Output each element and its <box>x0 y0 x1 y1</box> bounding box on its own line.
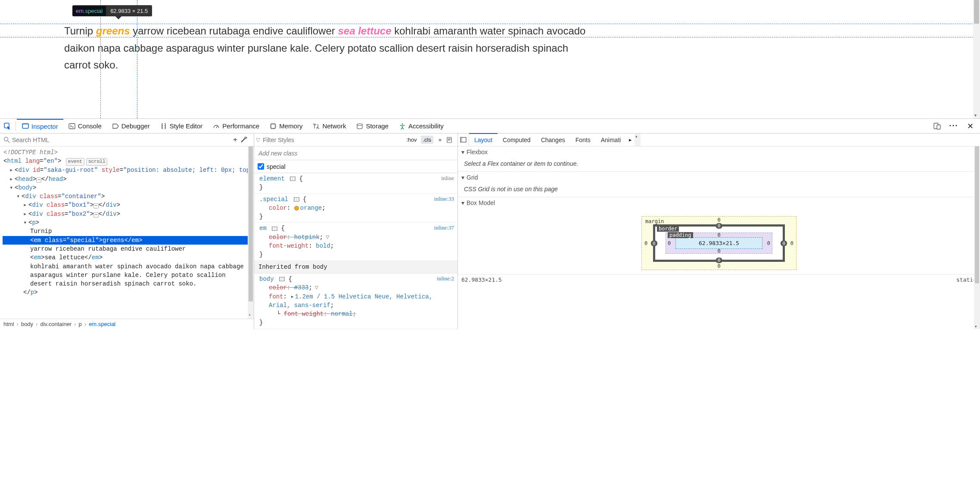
flex-icon[interactable] <box>294 197 299 202</box>
print-media-button[interactable] <box>446 137 456 143</box>
filter-icon: ▽ <box>256 137 260 143</box>
class-checkbox[interactable] <box>258 163 264 170</box>
tab-accessibility[interactable]: Accessibility <box>394 119 449 133</box>
boxmodel-section-header[interactable]: ▾Box Model <box>458 197 980 208</box>
flex-icon[interactable] <box>279 277 285 281</box>
inherited-header: Inherited from body <box>254 261 457 273</box>
rendered-page: em.special 62.9833 × 21.5 Turnip greens … <box>0 0 980 118</box>
flex-icon[interactable] <box>272 227 277 231</box>
svg-rect-8 <box>937 125 940 129</box>
container-node[interactable]: ▾<div class="container"> <box>3 192 254 201</box>
svg-point-5 <box>357 124 362 125</box>
layout-tab-layout[interactable]: Layout <box>469 133 498 146</box>
funnel-icon[interactable]: ▽ <box>315 284 318 291</box>
rule-special[interactable]: inline:33 .special { color: orange; } <box>254 194 457 223</box>
svg-point-6 <box>401 123 403 124</box>
pick-element-button[interactable] <box>0 119 15 133</box>
em2-node[interactable]: <em>sea lettuce</em> <box>3 253 254 262</box>
scroll-down-icon[interactable]: ▾ <box>974 113 977 118</box>
crumb-html[interactable]: html <box>3 321 14 327</box>
box1-node[interactable]: ▸<div class="box1">⋯</div> <box>3 201 254 209</box>
boxmodel-status: 62.9833×21.5static <box>458 274 980 285</box>
tab-style-editor[interactable]: Style Editor <box>155 119 208 133</box>
search-icon <box>3 137 10 143</box>
scrollbar-thumb[interactable] <box>974 0 979 24</box>
text-mid[interactable]: yarrow ricebean rutabaga endive cauliflo… <box>3 245 254 253</box>
devtools-tabbar: Inspector Console Debugger Style Editor … <box>0 119 980 134</box>
box-model-content[interactable]: 62.9833×21.5 <box>675 237 762 249</box>
page-scrollbar[interactable]: ▾ <box>973 0 980 118</box>
search-html-input[interactable] <box>12 137 230 143</box>
layout-tab-changes[interactable]: Changes <box>536 134 570 146</box>
tab-inspector[interactable]: Inspector <box>17 119 63 133</box>
svg-rect-4 <box>271 124 275 128</box>
hov-toggle[interactable]: :hov <box>404 136 419 144</box>
svg-point-9 <box>4 137 8 141</box>
layout-panel: Layout Computed Changes Fonts Animati ▸ … <box>458 134 980 329</box>
box-model-diagram[interactable]: margin 0 0 0 0 border 0 0 0 0 <box>641 216 796 270</box>
eyedropper-button[interactable] <box>241 137 252 143</box>
svg-rect-12 <box>460 137 462 142</box>
box2-node[interactable]: ▸<div class="box2">⋯</div> <box>3 210 254 218</box>
devtools-close-button[interactable]: ✕ <box>963 119 977 133</box>
tab-storage[interactable]: Storage <box>351 119 394 133</box>
svg-rect-2 <box>22 124 28 125</box>
grid-hint: CSS Grid is not in use on this page <box>458 183 980 197</box>
crumb-p[interactable]: p <box>79 321 82 327</box>
tab-memory[interactable]: Memory <box>264 119 308 133</box>
text-rest[interactable]: kohlrabi amaranth water spinach avocado … <box>3 262 254 289</box>
html-node[interactable]: <html lang="en"> eventscroll <box>3 157 254 166</box>
add-node-button[interactable]: ＋ <box>230 135 241 144</box>
p-close[interactable]: </p> <box>3 288 254 297</box>
tab-network[interactable]: Network <box>308 119 351 133</box>
selected-node[interactable]: <em class="special">greens</em> <box>3 236 254 245</box>
html-tree[interactable]: <!DOCTYPE html> <html lang="en"> eventsc… <box>0 146 254 319</box>
tab-console[interactable]: Console <box>63 119 107 133</box>
em-special: greens <box>96 25 130 37</box>
layout-tabs-more[interactable]: ▸ <box>626 137 635 143</box>
tab-debugger[interactable]: Debugger <box>107 119 155 133</box>
devtools-more-button[interactable]: ··· <box>946 119 961 133</box>
rule-element[interactable]: inline element { } <box>254 173 457 194</box>
page-paragraph: Turnip greens yarrow ricebean rutabaga e… <box>64 22 590 74</box>
p-node[interactable]: ▾<p> <box>3 218 254 227</box>
flexbox-section-header[interactable]: ▾Flexbox <box>458 146 980 158</box>
rule-body[interactable]: inline:2 body { color: #333;▽ font: ▸1.2… <box>254 273 457 329</box>
style-rules[interactable]: inline element { } inline:33 .special { … <box>254 173 457 329</box>
flexbox-hint: Select a Flex container or item to conti… <box>458 158 980 171</box>
html-tree-scrollbar[interactable]: ▾ <box>248 146 254 319</box>
sidebar-toggle-button[interactable] <box>458 134 469 146</box>
layout-body: ▾Flexbox Select a Flex container or item… <box>458 146 980 329</box>
rule-em[interactable]: inline:37 em { color: hotpink;▽ font-wei… <box>254 223 457 261</box>
body-node[interactable]: ▾<body> <box>3 183 254 192</box>
layout-tab-fonts[interactable]: Fonts <box>570 134 596 146</box>
inspector-tooltip: em.special 62.9833 × 21.5 <box>72 5 152 16</box>
em-plain: sea lettuce <box>338 25 391 37</box>
grid-section-header[interactable]: ▾Grid <box>458 172 980 183</box>
doctype-line[interactable]: <!DOCTYPE html> <box>3 148 254 157</box>
layout-tab-computed[interactable]: Computed <box>498 134 536 146</box>
responsive-mode-button[interactable] <box>930 119 945 133</box>
layout-tab-animations[interactable]: Animati <box>596 134 626 146</box>
tab-performance[interactable]: Performance <box>208 119 264 133</box>
layout-scrollbar[interactable]: ▾ <box>974 146 980 329</box>
saka-node[interactable]: ▸<div id="saka-gui-root" style="position… <box>3 166 254 174</box>
crumb-body[interactable]: body <box>21 321 33 327</box>
breadcrumb: html› body› div.container› p› em.special <box>0 319 254 329</box>
crumb-div[interactable]: div.container <box>40 321 72 327</box>
cls-toggle[interactable]: .cls <box>421 136 434 144</box>
funnel-icon[interactable]: ▽ <box>326 234 329 241</box>
devtools: Inspector Console Debugger Style Editor … <box>0 118 980 329</box>
crumb-em[interactable]: em.special <box>89 321 115 327</box>
add-class-input[interactable]: Add new class <box>254 146 457 160</box>
add-rule-button[interactable]: ＋ <box>435 136 445 144</box>
svg-rect-10 <box>447 137 451 143</box>
head-node[interactable]: ▸<head>⋯</head> <box>3 175 254 183</box>
filter-styles-input[interactable] <box>263 137 402 143</box>
flex-icon[interactable] <box>290 177 296 181</box>
class-checkbox-row[interactable]: special <box>254 160 457 173</box>
html-panel: ＋ <!DOCTYPE html> <html lang="en"> event… <box>0 134 254 329</box>
styles-panel: ▽ :hov .cls ＋ Add new class special inli… <box>254 134 458 329</box>
text-turnip[interactable]: Turnip <box>3 227 254 236</box>
